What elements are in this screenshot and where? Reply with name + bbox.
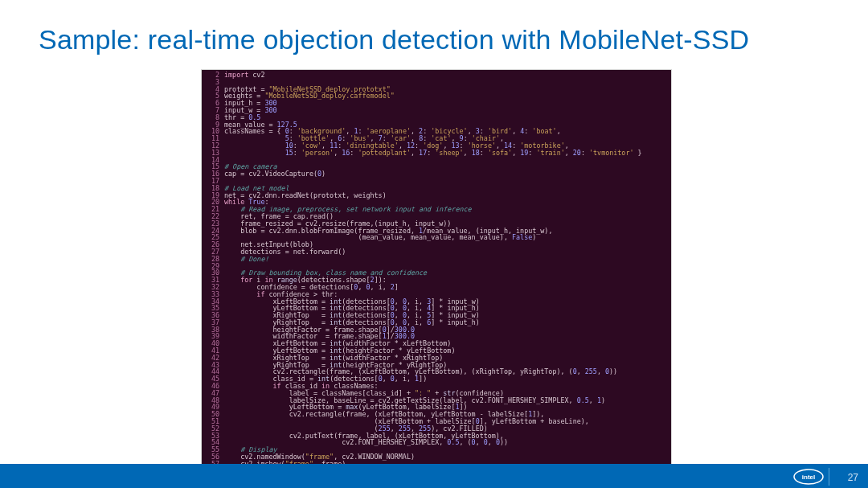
footer-bar: intel 27 [0,464,868,488]
slide-title: Sample: real-time objection detection wi… [39,24,749,55]
intel-logo-icon: intel [793,468,824,486]
intel-logo-text: intel [802,474,815,481]
intel-logo-wrap: intel [793,468,834,486]
logo-divider [829,468,829,486]
slide: Sample: real-time objection detection wi… [0,0,868,488]
code-content: 2import cv2 3 4prototxt = "MobileNetSSD_… [202,70,671,466]
code-screenshot: 2import cv2 3 4prototxt = "MobileNetSSD_… [201,69,672,466]
page-number: 27 [848,472,858,483]
